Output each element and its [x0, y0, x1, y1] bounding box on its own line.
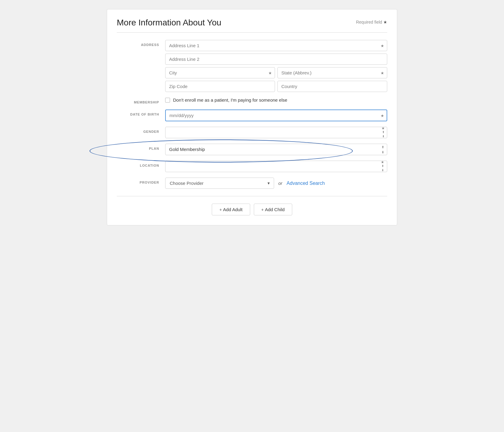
dob-section: DATE OF BIRTH ★: [117, 110, 387, 121]
membership-fields: Don't enroll me as a patient, I'm paying…: [165, 97, 387, 103]
add-child-label: Add Child: [265, 207, 285, 212]
add-adult-plus-icon: +: [219, 207, 222, 212]
plan-section: PLAN Gold Membership ⬆⬇: [117, 144, 387, 155]
gender-wrap: ★ ⬆⬇: [165, 127, 387, 138]
add-adult-label: Add Adult: [223, 207, 242, 212]
zip-wrap: [165, 81, 275, 92]
choose-provider-wrap: Choose Provider ▼: [165, 178, 274, 189]
membership-label: MEMBERSHIP: [117, 97, 165, 104]
location-section: LOCATION ★ ⬆⬇: [117, 161, 387, 172]
membership-checkbox-label: Don't enroll me as a patient, I'm paying…: [173, 97, 287, 103]
membership-section: MEMBERSHIP Don't enroll me as a patient,…: [117, 97, 387, 104]
form-card: More Information About You Required fiel…: [107, 9, 397, 225]
plan-label: PLAN: [117, 144, 165, 150]
location-select[interactable]: [165, 161, 387, 172]
plan-select[interactable]: Gold Membership: [165, 144, 387, 155]
address-line2-input[interactable]: [165, 54, 387, 65]
choose-provider-button[interactable]: Choose Provider: [165, 178, 274, 189]
state-wrap: ★: [277, 67, 387, 78]
page-title: More Information About You: [117, 18, 221, 28]
dob-label: DATE OF BIRTH: [117, 110, 165, 116]
required-star-icon: ★: [383, 20, 387, 25]
address-fields: ★ ★ ★: [165, 40, 387, 92]
address-line1-wrap: ★: [165, 40, 387, 51]
section-divider: [117, 196, 387, 196]
gender-fields: ★ ⬆⬇: [165, 127, 387, 138]
membership-checkbox[interactable]: [165, 98, 170, 103]
country-input[interactable]: [277, 81, 387, 92]
dob-fields: ★: [165, 110, 387, 121]
city-wrap: ★: [165, 67, 275, 78]
location-fields: ★ ⬆⬇: [165, 161, 387, 172]
or-separator: or: [278, 181, 282, 186]
provider-fields-wrap: Choose Provider ▼ or Advanced Search: [165, 178, 387, 189]
gender-label: GENDER: [117, 127, 165, 133]
zip-input[interactable]: [165, 81, 275, 92]
address-section: ADDRESS ★ ★ ★: [117, 40, 387, 92]
provider-controls: Choose Provider ▼ or Advanced Search: [165, 178, 387, 189]
location-label: LOCATION: [117, 161, 165, 167]
city-state-row: ★ ★: [165, 67, 387, 78]
card-header: More Information About You Required fiel…: [117, 18, 387, 33]
add-adult-button[interactable]: + Add Adult: [212, 204, 250, 215]
dob-wrap: ★: [165, 110, 387, 121]
zip-country-row: [165, 81, 387, 92]
state-input[interactable]: [277, 67, 387, 78]
address-label: ADDRESS: [117, 40, 165, 47]
add-buttons-row: + Add Adult + Add Child: [117, 204, 387, 215]
add-child-button[interactable]: + Add Child: [254, 204, 292, 215]
provider-label: PROVIDER: [117, 178, 165, 184]
gender-select[interactable]: [165, 127, 387, 138]
country-wrap: [277, 81, 387, 92]
add-child-plus-icon: +: [261, 207, 264, 212]
city-input[interactable]: [165, 67, 275, 78]
plan-fields: Gold Membership ⬆⬇: [165, 144, 387, 155]
address-line2-wrap: [165, 54, 387, 65]
advanced-search-link[interactable]: Advanced Search: [286, 181, 325, 186]
provider-section: PROVIDER Choose Provider ▼ or Advanced S…: [117, 178, 387, 189]
address-line1-input[interactable]: [165, 40, 387, 51]
gender-section: GENDER ★ ⬆⬇: [117, 127, 387, 138]
membership-checkbox-row: Don't enroll me as a patient, I'm paying…: [165, 97, 387, 103]
plan-wrap: Gold Membership ⬆⬇: [165, 144, 387, 155]
location-wrap: ★ ⬆⬇: [165, 161, 387, 172]
dob-input[interactable]: [165, 110, 387, 121]
required-note: Required field ★: [356, 20, 387, 25]
